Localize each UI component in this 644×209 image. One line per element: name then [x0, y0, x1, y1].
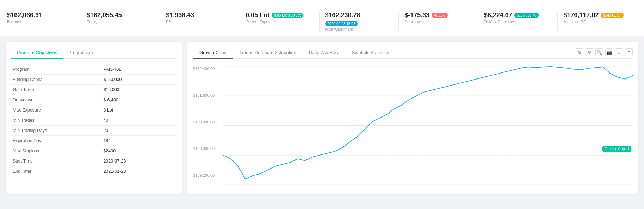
- badge-exposure: 0.05 Lot/0.00 Lot: [272, 13, 303, 18]
- obj-value: 2021-01-23: [102, 166, 176, 177]
- objectives-table: ProgramPM3-40LFunding Capital$160,000Gai…: [11, 64, 176, 176]
- chart-tab-winrate[interactable]: Daily Win Rate: [303, 47, 346, 59]
- left-panel: Program ObjectivesProgression ProgramPM3…: [6, 42, 182, 194]
- metric-exposure: 0.05 Lot 0.05 Lot/0.00 Lot Current Expos…: [240, 12, 320, 31]
- obj-key: Min Trading Days: [11, 126, 102, 136]
- chart-toolbar: ⊕⊖🔍📷⌂≡: [576, 48, 633, 57]
- y-axis-label: $160,800.00: [193, 120, 221, 124]
- badge-to_max_drawdown: $155,830.78: [514, 13, 539, 18]
- metric-value-pnl: $1,938.43: [166, 12, 234, 19]
- obj-key: Start Time: [11, 156, 102, 166]
- metric-value-drawdown: $-175.33 -0.11%: [404, 12, 472, 19]
- chart-tab-duration[interactable]: Trades Duration Distribution: [233, 47, 302, 59]
- metric-label-equity: Equity: [87, 20, 155, 24]
- obj-value: $2400: [102, 146, 176, 156]
- table-row: Expiration Days184: [11, 136, 176, 146]
- y-axis-label: $159,200.00: [193, 173, 221, 177]
- metric-milestone: $176,117.02 $14,061.57 Milestone TG: [558, 12, 637, 31]
- metric-label-watermark: High Watermark: [325, 27, 393, 31]
- badge-watermark: 2020-09-08 15:08: [325, 21, 358, 26]
- metric-label-pnl: P&L: [166, 20, 234, 24]
- zoom-in-button[interactable]: ⊕: [576, 48, 583, 56]
- y-axis-label: $161,600.00: [193, 93, 221, 97]
- table-row: Drawdown$-6,400: [11, 95, 176, 105]
- obj-value: 184: [102, 136, 176, 146]
- tab-objectives[interactable]: Program Objectives: [11, 47, 63, 59]
- y-axis-label: $162,400.00: [193, 66, 221, 71]
- search-button[interactable]: 🔍: [595, 48, 603, 56]
- right-panel: Growth ChartTrades Duration Distribution…: [187, 42, 638, 194]
- obj-value: 8 Lot: [102, 105, 176, 115]
- table-row: ProgramPM3-40L: [11, 64, 176, 75]
- obj-key: Min Trades: [11, 115, 102, 126]
- obj-key: Expiration Days: [11, 136, 102, 146]
- table-row: Max Exposure8 Lot: [11, 105, 176, 115]
- metric-value-balance: $162,066.91: [7, 12, 75, 19]
- metric-balance: $162,066.91 Balance: [7, 12, 81, 31]
- left-tabs: Program ObjectivesProgression: [11, 47, 176, 59]
- chart-tab-growth[interactable]: Growth Chart: [193, 47, 233, 59]
- metric-label-drawdown: Drawdown: [404, 20, 472, 24]
- metric-value-exposure: 0.05 Lot 0.05 Lot/0.00 Lot: [246, 12, 314, 19]
- metric-pnl: $1,938.43 P&L: [160, 12, 240, 31]
- metric-value-equity: $162,055.45: [87, 12, 155, 19]
- metrics-bar: $162,066.91 Balance $162,055.45 Equity $…: [0, 7, 644, 36]
- obj-key: Drawdown: [11, 95, 102, 105]
- table-row: End Time2021-01-23: [11, 166, 176, 177]
- metric-drawdown: $-175.33 -0.11% Drawdown: [399, 12, 478, 31]
- metric-label-to_max_drawdown: To Max Drawdown: [484, 20, 552, 24]
- obj-key: Max Stoploss: [11, 146, 102, 156]
- growth-chart-svg: [223, 63, 633, 188]
- metric-label-exposure: Current Exposure: [246, 20, 314, 24]
- table-row: Funding Capital$160,000: [11, 75, 176, 85]
- zoom-out-button[interactable]: ⊖: [586, 48, 593, 56]
- tab-progression[interactable]: Progression: [63, 47, 98, 59]
- badge-drawdown: -0.11%: [432, 13, 448, 18]
- obj-value: $-6,400: [102, 95, 176, 105]
- obj-key: Max Exposure: [11, 105, 102, 115]
- metric-value-milestone: $176,117.02 $14,061.57: [563, 12, 631, 19]
- obj-value: 40: [102, 115, 176, 126]
- metric-value-to_max_drawdown: $6,224.67 $155,830.78: [484, 12, 552, 19]
- table-row: Max Stoploss$2400: [11, 146, 176, 156]
- table-row: Gain Target$16,000: [11, 85, 176, 95]
- obj-value: 2020-07-23: [102, 156, 176, 166]
- menu-button[interactable]: ≡: [625, 48, 633, 56]
- main-content: Program ObjectivesProgression ProgramPM3…: [0, 36, 644, 199]
- obj-key: Gain Target: [11, 85, 102, 95]
- table-row: Min Trading Days20: [11, 126, 176, 136]
- y-axis: $162,400.00$161,600.00$160,800.00$160,00…: [193, 66, 221, 177]
- funding-capital-badge: Funding Capital: [602, 146, 631, 152]
- y-axis-label: $160,000.00: [193, 146, 221, 151]
- table-row: Min Trades40: [11, 115, 176, 126]
- obj-value: PM3-40L: [102, 64, 176, 75]
- metric-label-milestone: Milestone TG: [563, 20, 631, 24]
- obj-value: $160,000: [102, 75, 176, 85]
- obj-key: End Time: [11, 166, 102, 177]
- metric-value-watermark: $162,230.78 2020-09-08 15:08: [325, 12, 393, 26]
- chart-tabs-row: Growth ChartTrades Duration Distribution…: [193, 47, 633, 59]
- obj-value: $16,000: [102, 85, 176, 95]
- chart-tab-symbols[interactable]: Symbols Statistics: [346, 47, 395, 59]
- table-row: Start Time2020-07-23: [11, 156, 176, 166]
- metric-watermark: $162,230.78 2020-09-08 15:08 High Waterm…: [320, 12, 399, 31]
- obj-key: Program: [11, 64, 102, 75]
- chart-area: $162,400.00$161,600.00$160,800.00$160,00…: [193, 63, 633, 188]
- metric-equity: $162,055.45 Equity: [81, 12, 161, 31]
- download-button[interactable]: 📷: [605, 48, 613, 56]
- badge-milestone: $14,061.57: [601, 13, 623, 18]
- obj-value: 20: [102, 126, 176, 136]
- metric-label-balance: Balance: [7, 20, 75, 24]
- metric-to_max_drawdown: $6,224.67 $155,830.78 To Max Drawdown: [478, 12, 558, 31]
- obj-key: Funding Capital: [11, 75, 102, 85]
- top-header: [0, 0, 644, 7]
- home-button[interactable]: ⌂: [615, 48, 623, 56]
